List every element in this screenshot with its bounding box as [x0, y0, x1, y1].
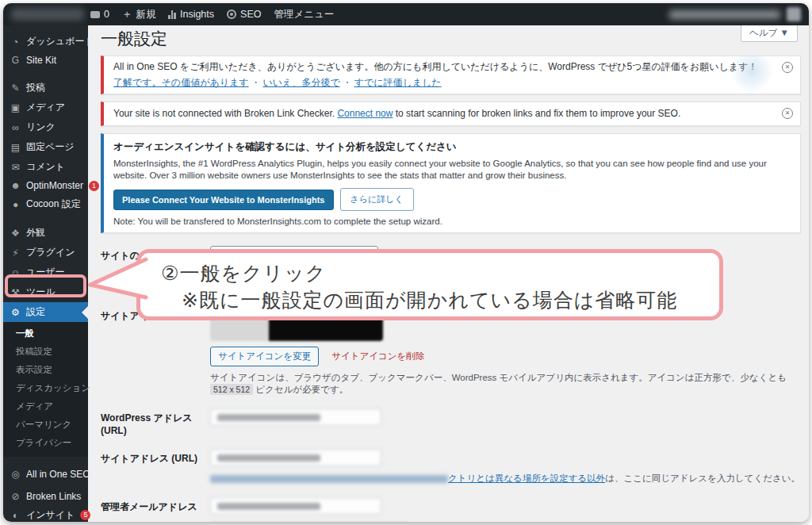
- sidebar-item-insights[interactable]: ◐インサイト5: [3, 505, 88, 522]
- settings-submenu: 一般 投稿設定 表示設定 ディスカッション メディア パーマリンク プライバシー: [3, 322, 88, 457]
- admin-email-label: 管理者メールアドレス: [101, 497, 210, 522]
- username-redacted: [669, 10, 780, 19]
- sidebar-label: 投稿: [26, 81, 45, 94]
- wordpress-address-label: WordPress アドレス (URL): [101, 408, 210, 436]
- sidebar-label: ユーザー: [26, 266, 65, 279]
- dismiss-notice-icon[interactable]: ✕: [782, 108, 793, 119]
- sidebar-item-appearance[interactable]: ❖外観: [3, 223, 88, 243]
- site-icon-description: サイトアイコンは、ブラウザのタブ、ブックマークバー、WordPress モバイル…: [210, 372, 801, 396]
- notification-badge: 1: [89, 181, 99, 191]
- settings-gear-icon: ⚙: [10, 307, 21, 318]
- sidebar-item-cocoon[interactable]: ●Cocoon 設定: [3, 194, 88, 214]
- sidebar-item-settings[interactable]: ⚙設定: [3, 302, 88, 322]
- aioseo-rate-yes-link[interactable]: 了解です。その価値があります: [113, 77, 249, 88]
- insights-label: Insights: [180, 9, 214, 20]
- wordpress-address-row: WordPress アドレス (URL): [101, 408, 801, 436]
- optinmonster-icon: ☻: [10, 180, 21, 191]
- sidebar-item-pages[interactable]: ▤固定ページ: [3, 137, 88, 157]
- sitekit-icon: G: [10, 55, 21, 66]
- sidebar-item-links[interactable]: ∞リンク: [3, 117, 88, 137]
- site-address-label: サイトアドレス (URL): [101, 449, 210, 485]
- annotation-callout: ②一般をクリック ※既に一般設定の画面が開かれている場合は省略可能: [136, 249, 723, 320]
- sidebar-item-optinmonster[interactable]: ☻OptinMonster1: [3, 177, 88, 194]
- site-icon-desc-text: サイトアイコンは、ブラウザのタブ、ブックマークバー、WordPress モバイル…: [210, 373, 787, 382]
- sidebar-label: 固定ページ: [26, 140, 75, 154]
- separator: ・: [251, 77, 261, 88]
- admin-menu-label: 管理メニュー: [274, 8, 334, 21]
- site-address-desc-text: は、ここに同じアドレスを入力してください。: [605, 473, 800, 483]
- separator: ・: [343, 77, 352, 88]
- appearance-brush-icon: ❖: [10, 228, 21, 239]
- remove-site-icon-link[interactable]: サイトアイコンを削除: [331, 351, 424, 362]
- sidebar-item-sitekit[interactable]: GSite Kit: [3, 52, 88, 69]
- annotation-line1: ②一般をクリック: [161, 259, 711, 286]
- different-location-link[interactable]: クトリとは異なる場所を設定する以外: [448, 473, 605, 483]
- monsterinsights-notice-title: オーディエンスインサイトを確認するには、サイト分析を設定してください: [113, 140, 773, 154]
- adminbar-insights[interactable]: Insights: [162, 3, 220, 25]
- adminbar-new[interactable]: ＋ 新規: [116, 3, 163, 25]
- links-chain-icon: ∞: [10, 122, 21, 133]
- monsterinsights-note: Note: You will be transfered to MonsterI…: [113, 217, 773, 226]
- dismiss-notice-icon[interactable]: ✕: [782, 62, 793, 73]
- aioseo-notice-message: All in One SEO をご利用いただき、ありがとうございます。他の方にも…: [113, 61, 773, 73]
- sidebar-item-tools[interactable]: ⚒ツール: [3, 282, 88, 302]
- blc-connect-now-link[interactable]: Connect now: [337, 108, 393, 119]
- submenu-item-general[interactable]: 一般: [3, 324, 88, 343]
- submenu-item-permalinks[interactable]: パーマリンク: [3, 416, 88, 434]
- new-label: 新規: [136, 8, 155, 21]
- broken-link-checker-notice: Your site is not connected with Broken L…: [101, 102, 801, 126]
- adminbar-account[interactable]: [669, 7, 809, 21]
- aioseo-rate-later-link[interactable]: いいえ、多分後で: [263, 77, 340, 88]
- help-button[interactable]: ヘルプ ▼: [741, 25, 798, 42]
- submenu-item-media[interactable]: メディア: [3, 397, 88, 416]
- site-name-redacted: [11, 8, 84, 21]
- sidebar-label: 設定: [26, 305, 45, 319]
- seo-label: SEO: [240, 9, 261, 20]
- seo-gauge-icon: [227, 10, 236, 19]
- aioseo-already-rated-link[interactable]: すでに評価しました: [354, 77, 442, 88]
- sidebar-label: Site Kit: [26, 55, 56, 66]
- users-icon: ☺: [10, 267, 21, 278]
- admin-sidebar: ◔ダッシュボード GSite Kit ✎投稿 ▣メディア ∞リンク ▤固定ページ…: [3, 25, 88, 522]
- icon-size-chip: 512 x 512: [210, 384, 253, 395]
- sidebar-item-users[interactable]: ☺ユーザー: [3, 262, 88, 282]
- comments-count: 0: [104, 9, 109, 20]
- page-title: 一般設定: [101, 29, 801, 49]
- sidebar-label: メディア: [26, 101, 65, 114]
- adminbar-admin-menu[interactable]: 管理メニュー: [267, 3, 340, 25]
- site-icon-desc-text: ピクセルが必要です。: [253, 385, 348, 394]
- sidebar-label: 外観: [26, 226, 45, 240]
- wordpress-address-input-redacted[interactable]: [210, 408, 381, 426]
- sidebar-item-broken-links[interactable]: ⊘Broken Links: [3, 488, 88, 505]
- sidebar-item-comments[interactable]: ✉コメント: [3, 157, 88, 177]
- submenu-item-writing[interactable]: 投稿設定: [3, 343, 88, 361]
- site-address-row: サイトアドレス (URL) クトリとは異なる場所を設定する以外は、ここに同じアド…: [101, 449, 801, 485]
- change-site-icon-button[interactable]: サイトアイコンを変更: [210, 347, 319, 366]
- cocoon-icon: ●: [10, 199, 21, 210]
- annotation-line2: ※既に一般設定の画面が開かれている場合は省略可能: [161, 286, 711, 313]
- monsterinsights-notice-body: MonsterInsights, the #1 WordPress Analyt…: [113, 158, 773, 182]
- adminbar-seo[interactable]: SEO: [220, 3, 267, 25]
- sidebar-label: All in One SEO: [26, 469, 90, 480]
- bar-chart-icon: [168, 10, 176, 19]
- dashboard-icon: ◔: [10, 36, 21, 48]
- submenu-item-reading[interactable]: 表示設定: [3, 361, 88, 379]
- sidebar-item-dashboard[interactable]: ◔ダッシュボード: [3, 32, 88, 52]
- media-icon: ▣: [10, 102, 21, 113]
- wordpress-admin-screenshot: 0 ＋ 新規 Insights SEO 管理メニュー ◔ダッシュボード GSit…: [3, 3, 809, 522]
- submenu-item-discussion[interactable]: ディスカッション: [3, 379, 88, 397]
- blc-text: Your site is not connected with Broken L…: [113, 108, 337, 119]
- submenu-item-privacy[interactable]: プライバシー: [3, 434, 88, 452]
- admin-email-input-redacted[interactable]: [210, 497, 381, 515]
- site-address-input-redacted[interactable]: [210, 449, 381, 466]
- sidebar-item-posts[interactable]: ✎投稿: [3, 78, 88, 98]
- sidebar-item-aioseo[interactable]: ◎All in One SEO: [3, 466, 88, 483]
- adminbar-comments[interactable]: 0: [84, 3, 116, 25]
- learn-more-button[interactable]: さらに詳しく: [340, 188, 414, 211]
- sidebar-item-plugins[interactable]: ⚡プラグイン: [3, 243, 88, 262]
- plugins-plug-icon: ⚡: [10, 247, 21, 259]
- avatar: [787, 7, 801, 21]
- sidebar-item-media[interactable]: ▣メディア: [3, 98, 88, 117]
- aioseo-icon: ◎: [10, 469, 21, 480]
- connect-monsterinsights-button[interactable]: Please Connect Your Website to MonsterIn…: [113, 190, 334, 210]
